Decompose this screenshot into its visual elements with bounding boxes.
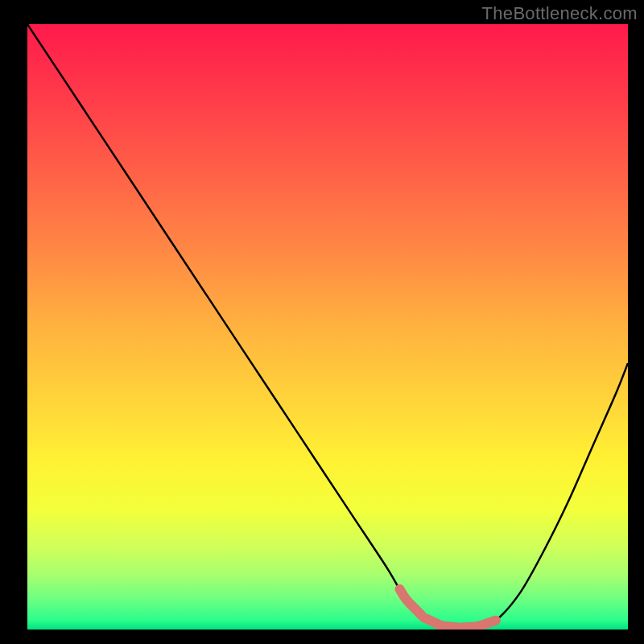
plot-background xyxy=(27,24,628,630)
bottleneck-chart xyxy=(0,0,644,644)
chart-frame: TheBottleneck.com xyxy=(0,0,644,644)
